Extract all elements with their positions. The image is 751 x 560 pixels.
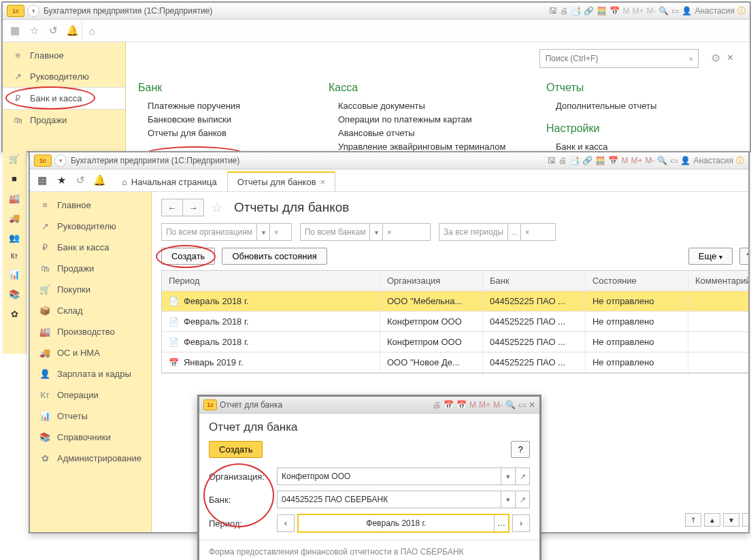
strip-books-icon[interactable]: 📚	[9, 289, 20, 299]
link-icon-2[interactable]: 🔗	[582, 156, 593, 165]
close-panel-icon[interactable]: ×	[727, 52, 733, 64]
user-icon-2[interactable]: 👤	[680, 156, 690, 165]
tab-close-icon[interactable]: ×	[320, 177, 326, 187]
link-card-ops[interactable]: Операции по платежным картам	[338, 114, 533, 125]
th-org[interactable]: Организация	[380, 271, 483, 291]
history-icon-2[interactable]: ↺	[71, 171, 90, 190]
search-input[interactable]	[544, 53, 688, 64]
link-acquiring[interactable]: Управление эквайринговым терминалом	[338, 142, 533, 151]
th-comment[interactable]: Комментарий	[688, 271, 748, 291]
bell-icon-2[interactable]: 🔔	[90, 171, 109, 190]
print-icon-2[interactable]: 🖨	[558, 156, 567, 165]
print-icon[interactable]: 🖨	[560, 6, 568, 16]
filter-org-clear-icon[interactable]: ×	[269, 224, 282, 240]
filter-period-dots-icon[interactable]: …	[507, 224, 520, 240]
filter-bank-clear-icon[interactable]: ×	[382, 224, 395, 240]
link-cash-docs[interactable]: Кассовые документы	[338, 101, 533, 111]
link-icon[interactable]: 🔗	[584, 6, 594, 16]
th-status[interactable]: Состояние	[586, 271, 688, 291]
dlg-cal2-icon[interactable]: 📅	[456, 400, 467, 410]
star-page-icon[interactable]: ☆	[211, 199, 223, 216]
nav2-9[interactable]: КтОперации	[30, 384, 151, 406]
compare-icon-2[interactable]: 📑	[569, 156, 580, 165]
calendar-icon[interactable]: 📅	[610, 6, 620, 16]
apps-icon[interactable]: ▦	[5, 21, 24, 40]
filter-org[interactable]: По всем организациям ▾ ×	[161, 223, 292, 241]
bank-combo[interactable]: 044525225 ПАО СБЕРБАНК ▾ ↗	[277, 491, 530, 508]
dlg-m-icon[interactable]: M	[469, 400, 476, 410]
mplus-icon-2[interactable]: M+	[631, 156, 642, 165]
nav-leader[interactable]: ↗Руководителю	[3, 66, 125, 87]
tab-home[interactable]: ⌂Начальная страница	[112, 172, 227, 191]
period-dots-icon[interactable]: …	[494, 515, 508, 531]
dlg-mplus-icon[interactable]: M+	[479, 400, 490, 410]
help-button[interactable]: ?	[739, 248, 748, 265]
strip-chart-icon[interactable]: 📊	[9, 269, 20, 280]
save-icon[interactable]: 🖫	[549, 6, 557, 16]
link-bank-statements[interactable]: Банковские выписки	[148, 114, 315, 125]
titlebar-dropdown[interactable]: ▾	[27, 5, 39, 17]
link-bank-reports[interactable]: Отчеты для банков	[148, 128, 315, 138]
nav-first-icon[interactable]: ⤒	[685, 513, 701, 527]
table-row[interactable]: 📅Январь 2019 г.ООО "Новое Де...044525225…	[162, 352, 748, 373]
period-next-icon[interactable]: ›	[512, 514, 530, 532]
save-icon-2[interactable]: 🖫	[548, 156, 556, 165]
compare-icon[interactable]: 📑	[571, 6, 581, 16]
filter-period-clear-icon[interactable]: ×	[520, 224, 533, 240]
bank-drop-icon[interactable]: ▾	[501, 491, 515, 508]
tab-bank-reports[interactable]: Отчеты для банков×	[227, 171, 336, 191]
nav2-8[interactable]: 👤Зарплата и кадры	[30, 363, 151, 384]
th-period[interactable]: Период	[162, 271, 380, 291]
nav-down-icon[interactable]: ▼	[723, 513, 739, 527]
strip-kt-icon[interactable]: Кт	[11, 252, 18, 260]
filter-period[interactable]: За все периоды … ×	[439, 223, 556, 241]
dialog-create-button[interactable]: Создать	[209, 441, 263, 458]
refresh-button[interactable]: Обновить состояния	[222, 248, 327, 265]
nav2-4[interactable]: 🛒Покупки	[30, 279, 151, 300]
dlg-zoom-icon[interactable]: 🔍	[505, 400, 516, 410]
more-button[interactable]: Еще ▾	[688, 248, 733, 265]
titlebar-dropdown-2[interactable]: ▾	[54, 154, 67, 167]
bank-open-icon[interactable]: ↗	[515, 491, 529, 508]
filter-bank-drop-icon[interactable]: ▾	[369, 224, 382, 240]
nav2-10[interactable]: 📊Отчеты	[30, 406, 151, 427]
nav-main[interactable]: ≡Главное	[3, 45, 125, 66]
star-icon-2[interactable]: ★	[52, 171, 71, 190]
org-open-icon[interactable]: ↗	[515, 468, 529, 484]
create-button[interactable]: Создать	[161, 248, 215, 265]
table-row[interactable]: 📄Февраль 2018 г.Конфетпром ООО044525225 …	[162, 332, 748, 352]
mminus-icon[interactable]: M-	[646, 6, 656, 16]
table-row[interactable]: 📄Февраль 2018 г.ООО "Мебельна...04452522…	[162, 291, 748, 312]
link-settings-bank[interactable]: Банк и касса	[556, 142, 737, 151]
strip-truck-icon[interactable]: 🚚	[9, 213, 20, 223]
history-icon[interactable]: ↺	[44, 21, 63, 40]
nav-sales[interactable]: 🛍Продажи	[3, 110, 125, 131]
org-drop-icon[interactable]: ▾	[501, 468, 515, 484]
mminus-icon-2[interactable]: M-	[645, 156, 654, 165]
mplus-icon[interactable]: M+	[632, 6, 644, 16]
layout-icon[interactable]: ▭	[671, 6, 679, 16]
link-payment-orders[interactable]: Платежные поручения	[148, 101, 315, 111]
info-icon-2[interactable]: ⓘ	[736, 155, 744, 167]
org-combo[interactable]: Конфетпром ООО ▾ ↗	[277, 467, 530, 485]
apps-icon-2[interactable]: ▦	[33, 171, 52, 190]
nav2-5[interactable]: 📦Склад	[30, 300, 151, 321]
nav2-12[interactable]: ✿Администрирование	[30, 448, 151, 469]
nav2-0[interactable]: ≡Главное	[30, 195, 151, 216]
strip-factory-icon[interactable]: 🏭	[9, 193, 20, 203]
dlg-mminus-icon[interactable]: M-	[493, 400, 503, 410]
link-extra-reports[interactable]: Дополнительные отчеты	[556, 101, 737, 111]
dlg-layout-icon[interactable]: ▭	[518, 400, 526, 410]
dlg-cal1-icon[interactable]: 📅	[444, 400, 454, 410]
home-icon[interactable]: ⌂	[82, 21, 101, 40]
info-icon[interactable]: ⓘ	[737, 5, 746, 17]
nav2-7[interactable]: 🚚ОС и НМА	[30, 342, 151, 363]
filter-bank[interactable]: По всем банкам ▾ ×	[300, 223, 431, 241]
nav2-2[interactable]: ₽Банк и касса	[30, 237, 151, 258]
nav2-6[interactable]: 🏭Производство	[30, 321, 151, 342]
m-icon[interactable]: M	[622, 6, 629, 16]
m-icon-2[interactable]: M	[621, 156, 628, 165]
filter-org-drop-icon[interactable]: ▾	[256, 224, 269, 240]
nav-up-icon[interactable]: ▲	[704, 513, 720, 527]
period-prev-icon[interactable]: ‹	[277, 514, 295, 532]
